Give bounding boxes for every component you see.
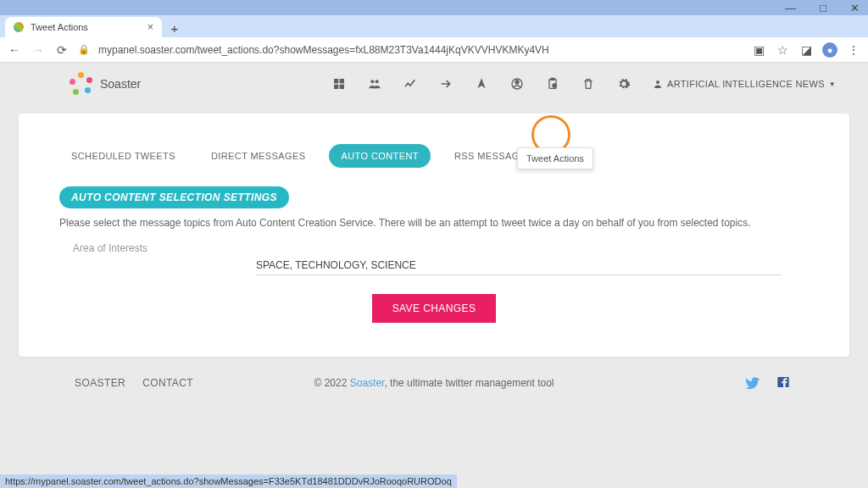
app-header: Soaster ARTIFICIAL INTELLIGENCE NEWS ▼: [0, 63, 868, 105]
save-changes-button[interactable]: SAVE CHANGES: [372, 294, 497, 323]
tab-favicon: [14, 22, 24, 32]
footer-copyright: © 2022 Soaster, the ultimate twitter man…: [314, 377, 554, 389]
delete-icon[interactable]: [581, 77, 595, 91]
footer: SOASTER CONTACT © 2022 Soaster, the ulti…: [19, 375, 849, 391]
svg-point-9: [553, 84, 556, 87]
profile-avatar[interactable]: ●: [822, 42, 837, 58]
dashboard-icon[interactable]: [332, 77, 346, 91]
tab-bar: SCHEDULED TWEETS DIRECT MESSAGES AUTO CO…: [59, 144, 809, 168]
browser-tab[interactable]: Tweet Actions ×: [5, 17, 162, 37]
new-tab-button[interactable]: +: [165, 19, 184, 37]
browser-tabstrip: Tweet Actions × +: [0, 15, 868, 37]
svg-point-7: [515, 80, 519, 84]
logo-text: Soaster: [100, 77, 141, 91]
window-titlebar: — □ ✕: [0, 0, 868, 15]
content-card: SCHEDULED TWEETS DIRECT MESSAGES AUTO CO…: [19, 114, 849, 357]
caret-down-icon: ▼: [829, 80, 836, 88]
svg-rect-1: [340, 79, 344, 83]
settings-icon[interactable]: [617, 77, 631, 91]
svg-point-5: [376, 80, 379, 83]
footer-link-contact[interactable]: CONTACT: [142, 377, 193, 389]
cast-icon[interactable]: ▣: [751, 43, 766, 57]
svg-point-10: [656, 80, 659, 84]
extension-icon[interactable]: ◪: [798, 43, 814, 57]
svg-rect-3: [340, 85, 344, 89]
trend-icon[interactable]: [403, 77, 417, 91]
bookmark-icon[interactable]: ☆: [775, 43, 790, 57]
panel-description: Please select the message topics from Au…: [59, 217, 809, 229]
window-close[interactable]: ✕: [850, 2, 860, 14]
tab-direct-messages[interactable]: DIRECT MESSAGES: [199, 144, 318, 168]
footer-brand-link[interactable]: Soaster: [350, 377, 385, 389]
browser-status-bar: https://mypanel.soaster.com/tweet_action…: [0, 474, 457, 488]
svg-rect-0: [334, 79, 338, 83]
people-icon[interactable]: [368, 77, 381, 91]
window-minimize[interactable]: —: [785, 2, 796, 14]
news-dropdown[interactable]: ARTIFICIAL INTELLIGENCE NEWS ▼: [653, 79, 836, 89]
svg-rect-2: [334, 85, 338, 89]
tooltip: Tweet Actions: [517, 147, 593, 169]
tab-auto-content[interactable]: AUTO CONTENT: [329, 144, 430, 168]
area-of-interests-input[interactable]: [256, 256, 782, 275]
app-logo[interactable]: Soaster: [70, 72, 141, 96]
svg-point-4: [370, 80, 374, 83]
top-navigation: ARTIFICIAL INTELLIGENCE NEWS ▼: [332, 77, 836, 91]
tweet-actions-icon[interactable]: [546, 77, 559, 91]
facebook-icon[interactable]: [776, 375, 790, 391]
person-icon: [653, 79, 663, 89]
lock-icon: 🔒: [78, 44, 90, 55]
back-button[interactable]: ←: [7, 43, 22, 57]
twitter-icon[interactable]: [744, 375, 760, 391]
forward-button[interactable]: →: [31, 43, 46, 57]
window-maximize[interactable]: □: [820, 2, 826, 14]
field-label: Area of Interests: [73, 242, 809, 254]
panel-title: AUTO CONTENT SELECTION SETTINGS: [59, 186, 289, 208]
reload-button[interactable]: ⟳: [54, 43, 70, 57]
tab-title: Tweet Actions: [31, 22, 88, 32]
footer-link-soaster[interactable]: SOASTER: [75, 377, 125, 389]
menu-icon[interactable]: ⋮: [846, 43, 861, 57]
tab-scheduled-tweets[interactable]: SCHEDULED TWEETS: [59, 144, 187, 168]
account-icon[interactable]: [510, 77, 524, 91]
navigation-icon[interactable]: [475, 77, 488, 91]
tab-close-icon[interactable]: ×: [147, 21, 153, 33]
forward-icon[interactable]: [439, 77, 453, 91]
address-bar[interactable]: mypanel.soaster.com/tweet_actions.do?sho…: [98, 44, 743, 56]
logo-icon: [70, 72, 93, 96]
browser-toolbar: ← → ⟳ 🔒 mypanel.soaster.com/tweet_action…: [0, 37, 868, 63]
